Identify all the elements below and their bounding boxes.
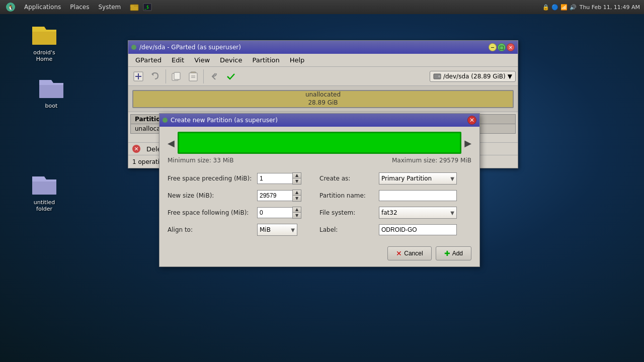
menu-device[interactable]: Device [215,55,247,65]
toolbar-undo-btn[interactable] [147,68,164,84]
desktop-icon-boot[interactable]: boot [31,74,71,111]
free-preceding-down[interactable]: ▼ [293,178,301,184]
home-folder-icon [32,23,56,47]
free-following-spinner: ▲ ▼ [257,207,301,219]
device-size: (28.89 GiB) [471,73,505,80]
menu-edit[interactable]: Edit [167,55,189,65]
toolbar-new-btn[interactable] [130,68,146,84]
free-preceding-group: Free space preceding (MiB): ▲ ▼ [168,170,319,187]
dialog-title: Create new Partition (as superuser) [171,117,467,124]
free-following-up[interactable]: ▲ [293,207,301,213]
places-menu[interactable]: Places [66,1,93,13]
copy-icon [171,71,182,82]
menu-partition[interactable]: Partition [248,55,285,65]
dialog-buttons: ✕ Cancel ✚ Add [159,244,479,266]
svg-rect-9 [39,85,63,98]
file-system-arrow: ▼ [450,210,454,216]
app-icon: 🐧 [6,3,15,12]
create-as-value: Primary Partition [381,175,432,182]
create-as-select[interactable]: Primary Partition ▼ [379,172,457,185]
dialog-close-button[interactable]: ✕ [467,116,476,125]
free-following-input[interactable] [257,207,292,218]
device-selector[interactable]: /dev/sda (28.89 GiB) ▼ [430,71,516,82]
size-info: Minimum size: 33 MiB Maximum size: 29579… [159,157,479,168]
systray-icon1: 🔒 [542,4,549,11]
terminal-icon: _$ [143,3,152,12]
free-preceding-input[interactable] [257,173,292,184]
boot-icon-label: boot [45,103,58,109]
svg-rect-20 [189,73,197,81]
desktop-icon-home[interactable]: odroid's Home [24,21,64,64]
cancel-button[interactable]: ✕ Cancel [387,246,431,260]
free-following-down[interactable]: ▼ [293,213,301,218]
slider-left-arrow[interactable]: ◀ [168,138,175,148]
new-size-input[interactable] [257,190,292,201]
taskbar-left: 🐧 Applications Places System [0,1,125,13]
free-preceding-up[interactable]: ▲ [293,173,301,178]
taskbar-filemanager-btn[interactable] [129,2,140,13]
applications-menu[interactable]: Applications [20,1,65,13]
undo-icon [150,71,161,82]
toolbar-undo2-btn[interactable] [206,68,222,84]
gparted-title: /dev/sda - GParted (as superuser) [139,44,486,51]
partition-slider-area: ◀ ▶ [159,127,479,157]
label-label: Label: [319,226,375,233]
menu-view[interactable]: View [189,55,215,65]
systray-icon2: 🔵 [551,4,558,11]
free-following-spinner-btns: ▲ ▼ [292,207,301,219]
svg-rect-6 [32,32,56,45]
systray-volume: 🔊 [570,4,577,11]
partition-name-label: Partition name: [319,192,375,199]
new-size-down[interactable]: ▼ [293,196,301,201]
label-input[interactable] [379,224,457,235]
taskbar-terminal-btn[interactable]: _$ [142,2,153,13]
system-menu[interactable]: System [94,1,125,13]
align-to-label: Align to: [168,226,253,233]
align-to-group: Align to: MiB ▼ [168,221,319,238]
file-system-select[interactable]: fat32 ▼ [379,207,457,219]
menu-gparted[interactable]: GParted [130,55,167,65]
apply-icon [225,71,236,82]
add-button[interactable]: ✚ Add [436,246,471,260]
toolbar-paste-btn[interactable] [185,68,201,84]
taskbar-app-icon[interactable]: 🐧 [2,1,19,13]
toolbar-sep1 [166,69,166,83]
toolbar-apply-btn[interactable] [223,68,239,84]
free-preceding-label: Free space preceding (MiB): [168,175,253,182]
create-as-group: Create as: Primary Partition ▼ [319,170,471,187]
slider-track[interactable] [178,132,461,154]
free-following-label: Free space following (MiB): [168,209,253,216]
cancel-icon: ✕ [396,249,402,257]
toolbar-copy-btn[interactable] [168,68,184,84]
menu-help[interactable]: Help [285,55,310,65]
cancel-label: Cancel [404,250,423,257]
free-preceding-spinner-btns: ▲ ▼ [292,172,301,185]
new-size-up[interactable]: ▲ [293,190,301,196]
add-label: Add [452,250,463,257]
dialog-titlebar: Create new Partition (as superuser) ✕ [159,114,479,127]
label-group: Label: [319,221,471,238]
slider-right-arrow[interactable]: ▶ [464,138,471,148]
partition-name-input[interactable] [379,190,457,201]
close-button[interactable]: ✕ [507,43,515,51]
svg-point-24 [438,75,440,77]
gparted-titlebar: /dev/sda - GParted (as superuser) ─ □ ✕ [128,41,518,54]
maximize-button[interactable]: □ [498,43,506,51]
systray: 🔒 🔵 📶 🔊 [542,4,577,11]
new-size-spinner: ▲ ▼ [257,190,301,202]
desktop-icon-untitled[interactable]: untitled folder [24,171,64,214]
undo2-icon [208,71,219,82]
partition-name-group: Partition name: [319,187,471,204]
minimize-button[interactable]: ─ [489,43,497,51]
titlebar-dot [131,45,136,50]
create-as-label: Create as: [319,175,375,182]
svg-text:_$: _$ [144,5,149,10]
align-to-select[interactable]: MiB ▼ [257,224,297,236]
new-size-spinner-btns: ▲ ▼ [292,190,301,202]
taskbar-apps: _$ [129,2,153,13]
file-system-group: File system: fat32 ▼ [319,204,471,221]
svg-marker-8 [39,80,63,85]
device-arrow: ▼ [508,73,512,80]
align-to-value: MiB [260,226,271,233]
create-as-arrow: ▼ [450,176,454,182]
